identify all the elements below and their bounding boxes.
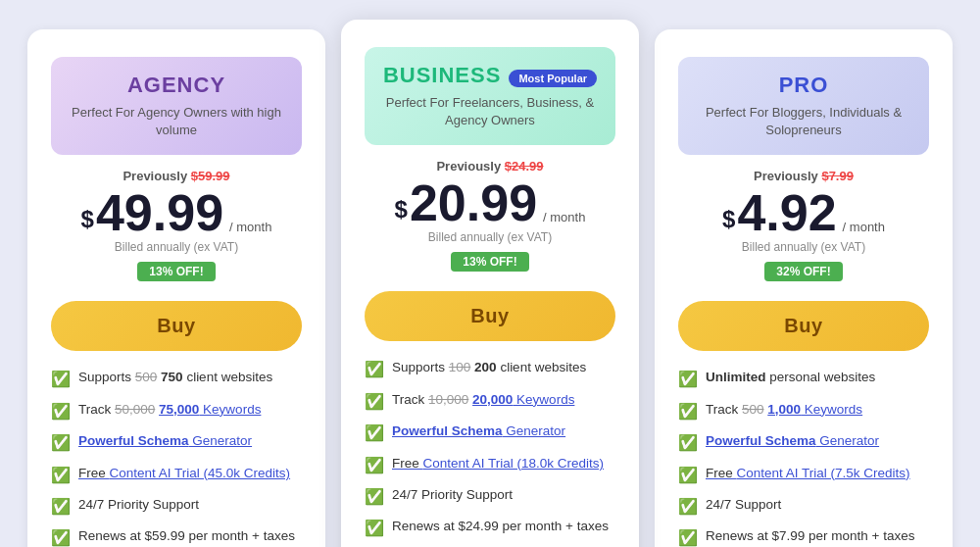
check-icon-business-5: ✅	[365, 518, 384, 539]
feature-item-business-0: ✅Supports 100 200 client websites	[365, 359, 615, 380]
plan-name-agency: AGENCY	[63, 73, 290, 98]
feature-text-business-1: Track 10,000 20,000 Keywords	[392, 391, 574, 410]
feature-text-agency-5: Renews at $59.99 per month + taxes	[78, 527, 295, 546]
billed-annually-business: Billed annually (ex VAT)	[365, 230, 615, 244]
feature-item-business-2: ✅Powerful Schema Generator	[365, 423, 615, 444]
feature-item-business-3: ✅Free Content AI Trial (18.0k Credits)	[365, 455, 615, 476]
buy-button-business[interactable]: Buy	[365, 291, 615, 341]
strikethrough-agency-1: 50,000	[115, 402, 155, 417]
feature-text-agency-2: Powerful Schema Generator	[78, 432, 252, 451]
old-price-business: $24.99	[505, 159, 544, 174]
feature-text-pro-1: Track 500 1,000 Keywords	[706, 401, 862, 420]
features-list-business: ✅Supports 100 200 client websites✅Track …	[365, 359, 615, 547]
feature-text-pro-0: Unlimited personal websites	[706, 369, 875, 387]
check-icon-agency-3: ✅	[51, 465, 71, 486]
feature-text-agency-0: Supports 500 750 client websites	[78, 369, 272, 387]
feature-item-pro-3: ✅Free Content AI Trial (7.5k Credits)	[678, 465, 929, 486]
plan-card-agency: AGENCYPerfect For Agency Owners with hig…	[27, 29, 325, 547]
feature-text-business-0: Supports 100 200 client websites	[392, 359, 586, 377]
feature-link-pro-1[interactable]: 1,000 Keywords	[767, 402, 862, 417]
check-icon-business-4: ✅	[365, 486, 384, 508]
features-list-pro: ✅Unlimited personal websites✅Track 500 1…	[678, 369, 929, 547]
price-row-pro: $4.92/ month	[678, 187, 929, 238]
feature-item-agency-3: ✅Free Content AI Trial (45.0k Credits)	[51, 465, 302, 486]
strikethrough-business-0: 100	[449, 360, 471, 374]
check-icon-business-3: ✅	[365, 455, 384, 476]
price-row-business: $20.99/ month	[365, 177, 615, 228]
feature-text-agency-4: 24/7 Priority Support	[78, 496, 199, 515]
check-icon-agency-2: ✅	[51, 432, 71, 454]
feature-link-pro-3[interactable]: Free Content AI Trial (7.5k Credits)	[706, 466, 910, 480]
feature-item-pro-2: ✅Powerful Schema Generator	[678, 432, 929, 454]
feature-link-pro-2[interactable]: Powerful Schema Generator	[706, 433, 879, 448]
feature-item-pro-0: ✅Unlimited personal websites	[678, 369, 929, 390]
plan-header-pro: PROPerfect For Bloggers, Individuals & S…	[678, 57, 929, 155]
check-icon-business-0: ✅	[365, 359, 384, 380]
feature-link-agency-3[interactable]: Free Content AI Trial (45.0k Credits)	[78, 466, 290, 480]
feature-item-business-1: ✅Track 10,000 20,000 Keywords	[365, 391, 615, 413]
strikethrough-business-1: 10,000	[428, 392, 468, 407]
feature-item-pro-5: ✅Renews at $7.99 per month + taxes	[678, 527, 929, 547]
feature-link-business-2[interactable]: Powerful Schema Generator	[392, 423, 565, 438]
check-icon-pro-0: ✅	[678, 369, 698, 390]
feature-text-pro-2: Powerful Schema Generator	[706, 432, 879, 451]
previously-agency: Previously $59.99	[51, 169, 302, 183]
plan-name-business: BUSINESSMost Popular	[376, 63, 604, 88]
feature-text-business-3: Free Content AI Trial (18.0k Credits)	[392, 455, 604, 473]
dollar-sign-agency: $	[81, 201, 94, 238]
feature-text-pro-3: Free Content AI Trial (7.5k Credits)	[706, 465, 910, 483]
buy-button-agency[interactable]: Buy	[51, 301, 302, 351]
discount-badge-business: 13% OFF!	[365, 244, 615, 283]
feature-text-agency-1: Track 50,000 75,000 Keywords	[78, 401, 261, 420]
feature-text-pro-5: Renews at $7.99 per month + taxes	[706, 527, 915, 546]
feature-item-business-4: ✅24/7 Priority Support	[365, 486, 615, 508]
check-icon-agency-5: ✅	[51, 527, 71, 547]
pricing-section-agency: Previously $59.99$49.99/ monthBilled ann…	[51, 169, 302, 293]
check-icon-business-2: ✅	[365, 423, 384, 444]
pricing-container: AGENCYPerfect For Agency Owners with hig…	[20, 20, 960, 547]
check-icon-agency-0: ✅	[51, 369, 71, 390]
price-main-business: 20.99	[410, 177, 537, 228]
plan-subtitle-agency: Perfect For Agency Owners with high volu…	[63, 104, 290, 139]
billed-annually-pro: Billed annually (ex VAT)	[678, 240, 929, 254]
pricing-section-pro: Previously $7.99$4.92/ monthBilled annua…	[678, 169, 929, 293]
most-popular-badge: Most Popular	[509, 70, 597, 87]
feature-item-agency-1: ✅Track 50,000 75,000 Keywords	[51, 401, 302, 423]
check-icon-pro-5: ✅	[678, 527, 698, 547]
old-price-pro: $7.99	[821, 169, 854, 183]
feature-text-pro-4: 24/7 Support	[706, 496, 781, 515]
billed-annually-agency: Billed annually (ex VAT)	[51, 240, 302, 254]
feature-link-agency-2[interactable]: Powerful Schema Generator	[78, 433, 252, 448]
plan-header-agency: AGENCYPerfect For Agency Owners with hig…	[51, 57, 302, 155]
feature-item-agency-4: ✅24/7 Priority Support	[51, 496, 302, 518]
feature-item-agency-2: ✅Powerful Schema Generator	[51, 432, 302, 454]
strikethrough-pro-1: 500	[742, 402, 764, 417]
check-icon-pro-2: ✅	[678, 432, 698, 454]
pricing-section-business: Previously $24.99$20.99/ monthBilled ann…	[365, 159, 615, 283]
dollar-sign-pro: $	[722, 201, 735, 238]
previously-pro: Previously $7.99	[678, 169, 929, 183]
strikethrough-agency-0: 500	[135, 370, 158, 384]
price-main-agency: 49.99	[96, 187, 223, 238]
feature-text-business-5: Renews at $24.99 per month + taxes	[392, 518, 609, 536]
feature-link-agency-1[interactable]: 75,000 Keywords	[159, 402, 261, 417]
feature-text-business-2: Powerful Schema Generator	[392, 423, 565, 441]
feature-link-business-1[interactable]: 20,000 Keywords	[472, 392, 574, 407]
check-icon-pro-4: ✅	[678, 496, 698, 518]
per-month-agency: / month	[229, 216, 271, 238]
plan-header-business: BUSINESSMost PopularPerfect For Freelanc…	[365, 47, 615, 145]
per-month-business: / month	[543, 206, 585, 228]
check-icon-pro-3: ✅	[678, 465, 698, 486]
feature-link-business-3[interactable]: Free Content AI Trial (18.0k Credits)	[392, 456, 604, 471]
buy-button-pro[interactable]: Buy	[678, 301, 929, 351]
plan-subtitle-pro: Perfect For Bloggers, Individuals & Solo…	[690, 104, 917, 139]
per-month-pro: / month	[843, 216, 885, 238]
feature-item-pro-1: ✅Track 500 1,000 Keywords	[678, 401, 929, 423]
feature-item-pro-4: ✅24/7 Support	[678, 496, 929, 518]
previously-business: Previously $24.99	[365, 159, 615, 174]
feature-item-agency-0: ✅Supports 500 750 client websites	[51, 369, 302, 390]
check-icon-agency-4: ✅	[51, 496, 71, 518]
dollar-sign-business: $	[395, 191, 408, 228]
feature-text-agency-3: Free Content AI Trial (45.0k Credits)	[78, 465, 290, 483]
price-main-pro: 4.92	[737, 187, 836, 238]
